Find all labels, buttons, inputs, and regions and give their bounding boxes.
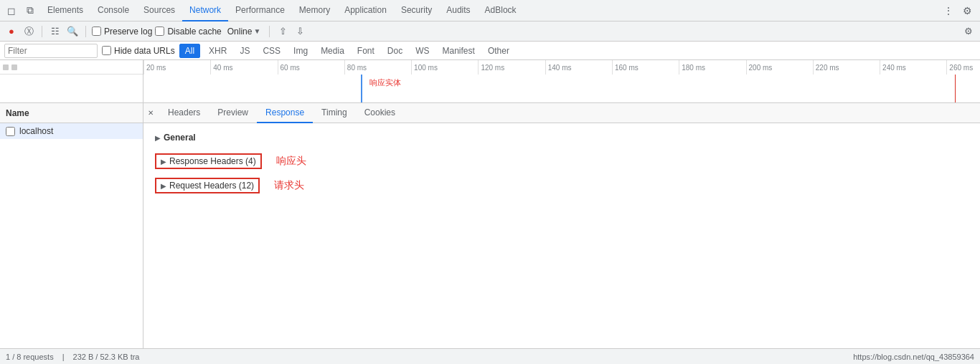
disable-cache-input[interactable] (155, 27, 164, 36)
timeline-right: 20 ms 40 ms 60 ms 80 ms 100 ms 120 ms 14… (143, 60, 980, 102)
timeline-left (0, 60, 143, 102)
settings-gear-icon[interactable]: ⚙ (961, 24, 976, 39)
sub-tab-headers[interactable]: Headers (159, 103, 209, 123)
tick-120ms: 120 ms (478, 60, 504, 75)
filter-all-btn[interactable]: All (179, 44, 200, 58)
close-panel-btn[interactable]: ✕ (148, 109, 154, 117)
hide-data-urls-checkbox[interactable]: Hide data URLs (102, 46, 175, 56)
filter-font-btn[interactable]: Font (353, 44, 379, 58)
search-icon[interactable]: 🔍 (65, 24, 80, 39)
filter-img-btn[interactable]: Img (289, 44, 312, 58)
timeline-blue-label: 响应实体 (369, 77, 401, 88)
request-headers-label: Request Headers (12) (169, 181, 254, 191)
tab-security[interactable]: Security (394, 0, 439, 21)
export-har-btn[interactable]: ⇩ (293, 24, 307, 39)
throttle-arrow: ▼ (253, 27, 260, 35)
toolbar-sep-1 (42, 26, 42, 37)
tab-elements[interactable]: Elements (40, 0, 90, 21)
filter-media-btn[interactable]: Media (316, 44, 349, 58)
status-bar: 1 / 8 requests | 232 B / 52.3 KB tra htt… (0, 348, 980, 364)
tick-100ms: 100 ms (411, 60, 438, 75)
toolbar-sep-3 (269, 26, 270, 37)
tick-260ms: 260 ms (946, 60, 973, 75)
request-headers-annotation: 请求头 (274, 179, 304, 192)
filter-js-btn[interactable]: JS (235, 44, 254, 58)
preserve-log-input[interactable] (92, 27, 101, 36)
status-url: https://blog.csdn.net/qq_43859364 (853, 353, 974, 361)
response-headers-triangle: ▶ (161, 158, 166, 166)
file-item-checkbox[interactable] (6, 127, 15, 136)
general-title: General (164, 133, 196, 143)
tick-200ms: 200 ms (746, 60, 773, 75)
import-har-btn[interactable]: ⇧ (275, 24, 290, 39)
name-column-header: Name (6, 108, 29, 118)
disable-cache-checkbox[interactable]: Disable cache (155, 27, 221, 37)
filter-other-btn[interactable]: Other (484, 44, 514, 58)
tick-80ms: 80 ms (344, 60, 367, 75)
tick-40ms: 40 ms (210, 60, 232, 75)
file-item-localhost[interactable]: localhost (0, 123, 143, 139)
tick-180ms: 180 ms (679, 60, 705, 75)
file-list-header: Name (0, 103, 143, 123)
tick-60ms: 60 ms (278, 60, 300, 75)
tab-performance[interactable]: Performance (228, 0, 292, 21)
filter-doc-btn[interactable]: Doc (383, 44, 407, 58)
general-triangle: ▶ (155, 134, 161, 142)
file-item-name: localhost (19, 126, 53, 136)
tab-memory[interactable]: Memory (292, 0, 337, 21)
response-headers-label: Response Headers (4) (169, 156, 256, 166)
tab-adblock[interactable]: AdBlock (478, 0, 524, 21)
devtools-tab-bar: ◻ ⧉ Elements Console Sources Network Per… (0, 0, 980, 21)
filter-ws-btn[interactable]: WS (411, 44, 433, 58)
response-headers-box[interactable]: ▶ Response Headers (4) (155, 153, 262, 169)
preserve-log-checkbox[interactable]: Preserve log (92, 27, 152, 37)
clear-btn[interactable]: Ⓧ (22, 24, 36, 39)
filter-icon[interactable]: ☷ (48, 24, 62, 39)
more-tabs-icon[interactable]: ⋮ (940, 2, 957, 19)
sub-tabs: ✕ Headers Preview Response Timing Cookie… (143, 103, 980, 123)
sub-tab-timing[interactable]: Timing (313, 103, 356, 123)
filter-xhr-btn[interactable]: XHR (204, 44, 231, 58)
file-list-panel: Name localhost (0, 103, 143, 348)
right-panel: ✕ Headers Preview Response Timing Cookie… (143, 103, 980, 348)
tick-20ms: 20 ms (143, 60, 166, 75)
main-area: Name localhost ✕ Headers Preview Respons… (0, 103, 980, 348)
status-transferred: 232 B / 52.3 KB tra (73, 353, 140, 361)
preserve-log-label: Preserve log (104, 27, 152, 37)
general-section-header[interactable]: ▶ General (155, 129, 969, 146)
status-separator-1: | (62, 353, 65, 361)
throttle-select[interactable]: Online ▼ (225, 25, 264, 38)
settings-icon[interactable]: ⚙ (958, 2, 976, 19)
tick-140ms: 140 ms (545, 60, 572, 75)
tab-sources[interactable]: Sources (136, 0, 182, 21)
network-toolbar: ● Ⓧ ☷ 🔍 Preserve log Disable cache Onlin… (0, 21, 980, 42)
request-headers-row: ▶ Request Headers (12) 请求头 (155, 175, 969, 196)
status-requests: 1 / 8 requests (6, 353, 54, 361)
tab-application[interactable]: Application (337, 0, 394, 21)
filter-bar: Hide data URLs All XHR JS CSS Img Media … (0, 42, 980, 60)
request-headers-triangle: ▶ (161, 182, 166, 190)
timeline-blue-line (361, 75, 362, 102)
tick-220ms: 220 ms (813, 60, 839, 75)
tab-network[interactable]: Network (182, 0, 228, 21)
filter-manifest-btn[interactable]: Manifest (438, 44, 479, 58)
timeline-bar: 20 ms 40 ms 60 ms 80 ms 100 ms 120 ms 14… (0, 60, 980, 103)
tab-console[interactable]: Console (90, 0, 136, 21)
disable-cache-label: Disable cache (167, 27, 221, 37)
response-headers-annotation: 响应头 (276, 155, 306, 168)
tab-audits[interactable]: Audits (439, 0, 477, 21)
response-content: ▶ General ▶ Response Headers (4) 响应头 ▶ R… (143, 123, 980, 348)
toolbar-sep-2 (85, 26, 86, 37)
request-headers-box[interactable]: ▶ Request Headers (12) (155, 178, 260, 193)
sub-tab-preview[interactable]: Preview (209, 103, 257, 123)
filter-input[interactable] (4, 44, 98, 58)
tick-240ms: 240 ms (880, 60, 906, 75)
devtools-menu-icon[interactable]: ◻ (3, 2, 20, 19)
record-btn[interactable]: ● (4, 24, 19, 39)
sub-tab-cookies[interactable]: Cookies (356, 103, 404, 123)
hide-data-urls-input[interactable] (102, 46, 111, 55)
sub-tab-response[interactable]: Response (257, 103, 313, 123)
devtools-undock-icon[interactable]: ⧉ (22, 2, 39, 19)
filter-css-btn[interactable]: CSS (258, 44, 285, 58)
hide-data-urls-label: Hide data URLs (114, 46, 175, 56)
